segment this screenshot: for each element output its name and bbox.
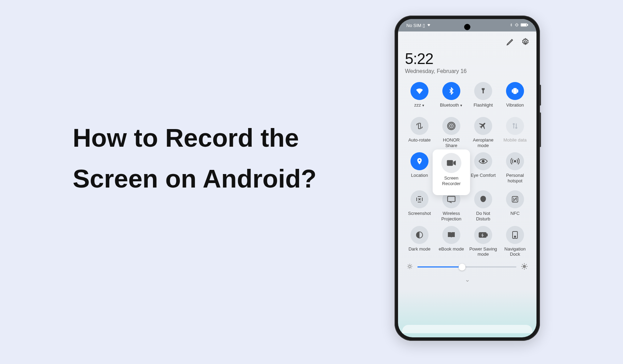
svg-rect-0: [516, 24, 517, 26]
headline-text: How to Record the Screen on Android?: [73, 118, 316, 200]
nfc-icon: [506, 190, 524, 208]
tile-navdock-label: Navigation Dock: [500, 246, 530, 257]
mobiledata-icon: [506, 117, 524, 135]
svg-point-13: [514, 161, 516, 162]
panel-handle-icon[interactable]: ⌄: [405, 276, 530, 283]
ebook-icon: [442, 226, 460, 244]
aeroplane-icon: [474, 117, 492, 135]
headline-line-2: Screen on Android?: [73, 158, 316, 199]
svg-point-12: [482, 160, 485, 163]
autorotate-icon: [410, 117, 428, 135]
bluetooth-status-icon: [509, 22, 513, 28]
svg-point-7: [450, 125, 453, 127]
tile-autorotate[interactable]: Auto-rotate: [405, 117, 434, 148]
svg-rect-11: [447, 160, 453, 166]
phone-screen: No SIM ▯: [398, 19, 536, 337]
tile-screenshot[interactable]: Screenshot: [405, 190, 434, 221]
svg-point-22: [523, 265, 525, 267]
brightness-fill: [417, 266, 462, 267]
screenrecorder-icon: [441, 153, 461, 173]
tile-mobiledata[interactable]: Mobile data: [500, 117, 530, 148]
tile-eyecomfort-label: Eye Comfort: [471, 173, 496, 183]
tile-honorshare-label: HONOR Share: [437, 137, 466, 148]
svg-point-20: [514, 236, 516, 237]
tile-dnd[interactable]: Do Not Disturb: [469, 190, 498, 221]
screenshot-icon: [410, 190, 428, 208]
tile-bluetooth-label: Bluetooth: [440, 102, 459, 108]
brightness-track[interactable]: [417, 266, 516, 267]
edit-icon[interactable]: [506, 38, 514, 47]
clock-date: Wednesday, February 16: [405, 68, 530, 74]
tile-wifi[interactable]: zzz▼: [405, 82, 434, 113]
tile-aeroplane[interactable]: Aeroplane mode: [469, 117, 498, 148]
tile-navdock[interactable]: Navigation Dock: [500, 226, 530, 257]
tile-location[interactable]: Location: [405, 152, 434, 186]
bluetooth-icon: [442, 82, 460, 100]
tile-screenshot-label: Screenshot: [408, 211, 431, 221]
svg-rect-2: [527, 24, 528, 25]
tile-powersaving-label: Power Saving mode: [469, 246, 498, 257]
dnd-icon: [474, 190, 492, 208]
svg-rect-6: [418, 123, 421, 129]
tile-screenrecorder-label: Screen Recorder: [437, 175, 466, 186]
tile-location-label: Location: [411, 173, 428, 183]
gear-icon[interactable]: [521, 38, 530, 47]
tile-hotspot-label: Personal hotspot: [500, 173, 530, 183]
camera-hole: [464, 24, 470, 30]
tile-wirelessproj-label: Wireless Projection: [437, 211, 466, 221]
tile-eyecomfort[interactable]: Eye Comfort: [469, 152, 498, 186]
brightness-low-icon: [406, 263, 413, 271]
tile-mobiledata-label: Mobile data: [503, 137, 526, 148]
svg-rect-14: [448, 197, 455, 202]
tile-vibration[interactable]: Vibration: [500, 82, 530, 113]
tile-flashlight-label: Flashlight: [473, 102, 493, 113]
battery-status-icon: [521, 23, 528, 28]
tile-flashlight[interactable]: Flashlight: [469, 82, 498, 113]
svg-point-4: [524, 41, 526, 43]
svg-rect-5: [514, 89, 516, 94]
bottom-panel-peek: [402, 325, 532, 333]
tile-autorotate-label: Auto-rotate: [408, 137, 431, 148]
honorshare-icon: [442, 117, 460, 135]
hotspot-icon: [506, 152, 524, 170]
svg-point-8: [449, 123, 454, 128]
darkmode-icon: [410, 226, 428, 244]
tile-nfc-label: NFC: [511, 211, 520, 221]
headline-line-1: How to Record the: [73, 118, 316, 158]
navdock-icon: [506, 226, 524, 244]
tile-nfc[interactable]: NFC: [500, 190, 530, 221]
flashlight-icon: [474, 82, 492, 100]
tile-powersaving[interactable]: Power Saving mode: [469, 226, 498, 257]
tile-bluetooth[interactable]: Bluetooth▼: [437, 82, 466, 113]
brightness-high-icon: [521, 263, 528, 272]
wifi-icon: [410, 82, 428, 100]
svg-rect-3: [522, 24, 526, 26]
svg-rect-18: [487, 234, 487, 236]
svg-point-21: [409, 265, 411, 267]
powersaving-icon: [474, 226, 492, 244]
tile-darkmode-label: Dark mode: [408, 246, 431, 257]
wifi-status-icon: [426, 23, 431, 28]
tile-aeroplane-label: Aeroplane mode: [469, 137, 498, 148]
brightness-thumb[interactable]: [459, 264, 466, 271]
tile-ebook-label: eBook mode: [439, 246, 464, 257]
tile-vibration-label: Vibration: [506, 102, 524, 113]
vibrate-status-icon: [514, 23, 519, 28]
chevron-down-icon: ▼: [422, 104, 425, 107]
location-icon: [410, 152, 428, 170]
tile-hotspot[interactable]: Personal hotspot: [500, 152, 530, 186]
tile-darkmode[interactable]: Dark mode: [405, 226, 434, 257]
vibration-icon: [506, 82, 524, 100]
sim-icon: ▯: [423, 23, 425, 28]
chevron-down-icon: ▼: [460, 104, 463, 107]
tile-honorshare[interactable]: HONOR Share: [437, 117, 466, 148]
tile-ebook[interactable]: eBook mode: [437, 226, 466, 257]
phone-frame: No SIM ▯: [395, 16, 540, 341]
clock-time: 5:22: [405, 50, 530, 67]
eyecomfort-icon: [474, 152, 492, 170]
tile-dnd-label: Do Not Disturb: [469, 211, 498, 221]
brightness-slider[interactable]: [405, 263, 530, 272]
status-no-sim: No SIM: [406, 23, 421, 28]
tile-screenrecorder[interactable]: Screen Recorder: [437, 152, 466, 186]
svg-point-10: [419, 160, 421, 161]
